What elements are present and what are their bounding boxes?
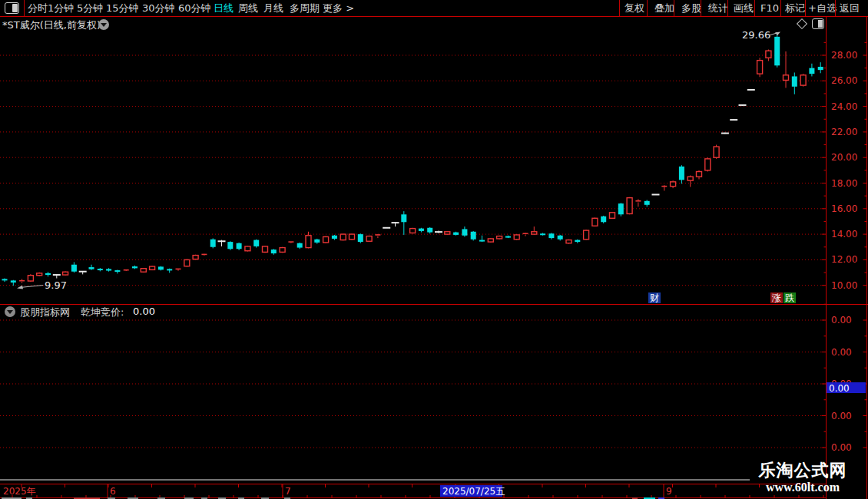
watermark-line2: www.60lt.com [737,481,868,494]
chart-canvas[interactable]: 29.669.9710.0012.0014.0016.0018.0020.002… [0,0,868,499]
up-badge[interactable]: 涨 [770,292,783,303]
down-badge[interactable]: 跌 [784,292,796,303]
price-axis-label: 24.00 [831,101,857,112]
chart-plot-area[interactable] [0,17,826,304]
indicator-axis-label: 0.00 [831,347,852,358]
price-axis-label: 20.00 [831,152,857,163]
indicator-collapse-icon[interactable] [5,306,15,317]
price-axis-label: 12.00 [831,254,857,265]
indicator-axis-label: 0.00 [831,411,852,421]
price-axis-label: 14.00 [831,229,857,240]
price-axis-label: 22.00 [831,127,857,137]
finance-badge[interactable]: 财 [648,292,661,303]
watermark-line1: 乐淘公式网 [737,461,868,481]
indicator-axis-label: 0.00 [831,315,852,326]
app-window: 分时1分钟5分钟15分钟30分钟60分钟日线周线月线多周期更多 > 复权叠加多股… [0,0,868,499]
price-axis-label: 10.00 [831,280,857,291]
watermark: 乐淘公式网 www.60lt.com [737,461,868,494]
price-axis-label: 26.00 [831,75,857,86]
price-axis-label: 18.00 [831,178,857,189]
date-axis-label: 6 [110,486,116,497]
indicator-axis-label: 0.00 [831,442,852,453]
indicator-name: 乾坤竞价: [81,306,124,319]
indicator-current-value: 0.00 [829,383,850,394]
date-axis-label: 9 [666,486,672,497]
price-axis-label: 28.00 [831,50,857,61]
price-axis-label: 16.00 [831,203,857,214]
indicator-value: 0.00 [133,306,155,317]
date-axis-label: 7 [285,486,291,497]
date-axis-label-highlight: 2025/07/25五 [442,486,505,497]
indicator-source: 股朋指标网 [20,306,70,319]
date-axis-label: 2025年 [3,486,36,497]
